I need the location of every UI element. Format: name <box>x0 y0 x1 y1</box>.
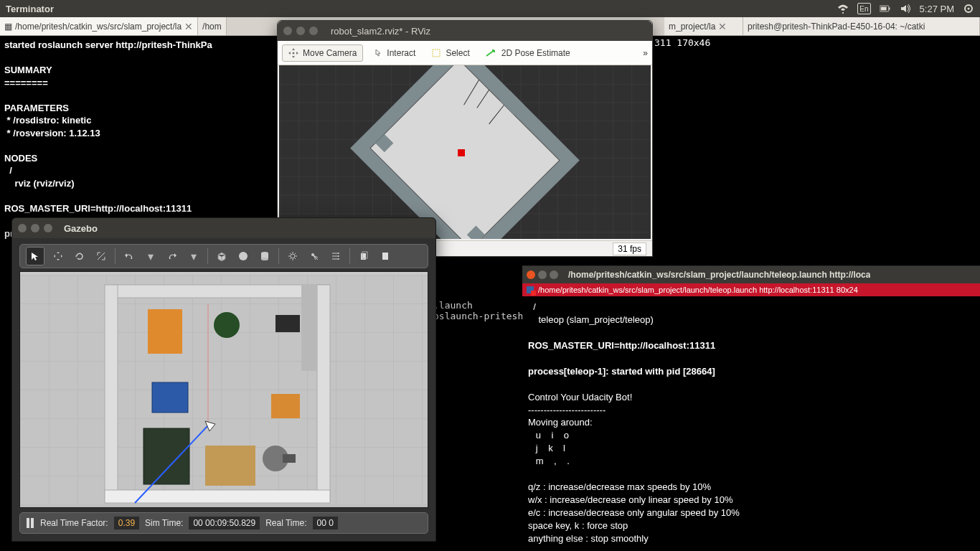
terminal-text: started roslaunch server http://pritesh-… <box>4 39 212 239</box>
move-icon[interactable] <box>50 248 66 264</box>
close-icon[interactable] <box>527 270 535 279</box>
scale-icon[interactable] <box>93 248 109 264</box>
fps-readout: 31 fps <box>613 242 646 255</box>
real-label: Real Time: <box>265 518 306 528</box>
tab-label: m_project/la <box>669 22 715 32</box>
volume-icon[interactable] <box>900 3 911 14</box>
cylinder-icon[interactable] <box>257 248 273 264</box>
window-title: /home/pritesh/catkin_ws/src/slam_project… <box>568 270 870 280</box>
svg-rect-37 <box>143 428 189 484</box>
svg-rect-30 <box>105 490 330 503</box>
gazebo-statusbar: Real Time Factor: 0.39 Sim Time: 00 00:0… <box>19 512 428 534</box>
select-button[interactable]: Select <box>425 44 476 62</box>
svg-rect-32 <box>148 309 182 354</box>
gazebo-toolbar: ▾ ▾ <box>19 244 428 268</box>
minimize-icon[interactable] <box>538 270 547 279</box>
svg-rect-45 <box>31 518 34 528</box>
redo-icon[interactable] <box>164 248 180 264</box>
teleop-terminal-window[interactable]: /home/pritesh/catkin_ws/src/slam_project… <box>522 265 980 551</box>
pose-estimate-button[interactable]: 2D Pose Estimate <box>479 44 577 62</box>
box-icon[interactable] <box>214 248 230 264</box>
undo-dropdown-icon[interactable]: ▾ <box>143 248 159 264</box>
rtf-value: 0.39 <box>114 517 139 529</box>
svg-rect-34 <box>275 315 300 332</box>
rviz-titlebar[interactable]: robot_slam2.rviz* - RViz <box>278 21 652 41</box>
btn-label: Move Camera <box>303 48 357 58</box>
terminal-text: Control Your Udacity Bot! --------------… <box>528 392 740 551</box>
close-icon[interactable]: ✕ <box>718 21 727 32</box>
cursor-icon[interactable] <box>26 247 44 265</box>
svg-rect-44 <box>27 518 29 528</box>
maximize-icon[interactable] <box>44 224 52 232</box>
tab-label: /hom <box>202 22 222 32</box>
app-title: Terminator <box>6 4 54 14</box>
terminal-size-text: 311 170x46 <box>654 37 710 48</box>
close-icon[interactable] <box>283 27 292 35</box>
gazebo-titlebar[interactable]: Gazebo <box>12 218 435 238</box>
maximize-icon[interactable] <box>309 27 318 35</box>
tab-1[interactable]: /hom <box>198 17 227 35</box>
teleop-titlebar[interactable]: /home/pritesh/catkin_ws/src/slam_project… <box>522 266 980 283</box>
svg-rect-40 <box>283 454 296 463</box>
svg-point-20 <box>291 254 295 258</box>
svg-rect-22 <box>361 253 366 260</box>
svg-rect-36 <box>271 394 300 418</box>
battery-icon[interactable] <box>880 3 891 14</box>
gear-icon[interactable] <box>963 3 974 14</box>
keyboard-lang[interactable]: En <box>857 3 870 14</box>
redo-dropdown-icon[interactable]: ▾ <box>186 248 202 264</box>
tab-0[interactable]: ▦ /home/pritesh/catkin_ws/src/slam_proje… <box>0 17 198 35</box>
svg-point-4 <box>968 8 970 10</box>
svg-point-33 <box>214 312 240 338</box>
svg-rect-15 <box>458 149 465 156</box>
clock[interactable]: 5:27 PM <box>920 4 954 14</box>
btn-label: Select <box>446 48 469 58</box>
split-icon <box>527 286 534 293</box>
btn-label: 2D Pose Estimate <box>501 48 570 58</box>
light-spot-icon[interactable] <box>306 248 322 264</box>
svg-rect-38 <box>205 446 255 486</box>
svg-rect-35 <box>152 382 188 413</box>
svg-point-5 <box>293 52 295 54</box>
rviz-3d-view[interactable] <box>279 65 651 239</box>
sim-label: Sim Time: <box>145 518 183 528</box>
tab-label: /home/pritesh/catkin_ws/src/slam_project… <box>538 286 858 294</box>
real-value: 00 0 <box>313 517 338 529</box>
close-icon[interactable]: ✕ <box>184 21 193 32</box>
svg-rect-6 <box>433 50 440 57</box>
tab-3[interactable]: pritesh@pritesh-ThinkPad-E450-16-04: ~/c… <box>743 17 980 35</box>
move-camera-button[interactable]: Move Camera <box>282 44 363 62</box>
system-menubar: Terminator En 5:27 PM <box>0 0 980 17</box>
terminal-text: / teleop (slam_project/teleop) <box>528 301 654 325</box>
tab-2[interactable]: m_project/la ✕ <box>664 17 743 35</box>
copy-icon[interactable] <box>356 248 372 264</box>
toolbar-overflow[interactable]: » <box>643 48 648 58</box>
pause-icon[interactable] <box>26 518 34 528</box>
teleop-terminal[interactable]: / teleop (slam_project/teleop) ROS_MASTE… <box>522 296 980 551</box>
tab-label: /home/pritesh/catkin_ws/src/slam_project… <box>15 22 182 32</box>
tab-label: pritesh@pritesh-ThinkPad-E450-16-04: ~/c… <box>748 22 925 32</box>
svg-rect-31 <box>301 285 317 371</box>
svg-rect-2 <box>880 7 886 11</box>
terminal-text: ROS_MASTER_URI=http://localhost:11311 <box>528 340 715 351</box>
gazebo-3d-view[interactable] <box>19 271 428 508</box>
rotate-icon[interactable] <box>72 248 88 264</box>
maximize-icon[interactable] <box>550 270 558 279</box>
svg-rect-24 <box>382 253 388 260</box>
wifi-icon[interactable] <box>837 3 849 14</box>
svg-point-19 <box>261 258 268 260</box>
minimize-icon[interactable] <box>31 224 39 232</box>
rviz-toolbar: Move Camera Interact Select 2D Pose Esti… <box>278 41 652 65</box>
minimize-icon[interactable] <box>296 27 305 35</box>
gazebo-window[interactable]: Gazebo ▾ ▾ <box>11 217 436 542</box>
sphere-icon[interactable] <box>235 248 251 264</box>
undo-icon[interactable] <box>121 248 137 264</box>
close-icon[interactable] <box>18 224 27 232</box>
interact-button[interactable]: Interact <box>366 44 422 62</box>
light-dir-icon[interactable] <box>328 248 344 264</box>
paste-icon[interactable] <box>377 248 393 264</box>
window-title: Gazebo <box>64 223 98 234</box>
rtf-label: Real Time Factor: <box>40 518 108 528</box>
teleop-active-tab[interactable]: /home/pritesh/catkin_ws/src/slam_project… <box>522 283 980 296</box>
light-point-icon[interactable] <box>285 248 301 264</box>
